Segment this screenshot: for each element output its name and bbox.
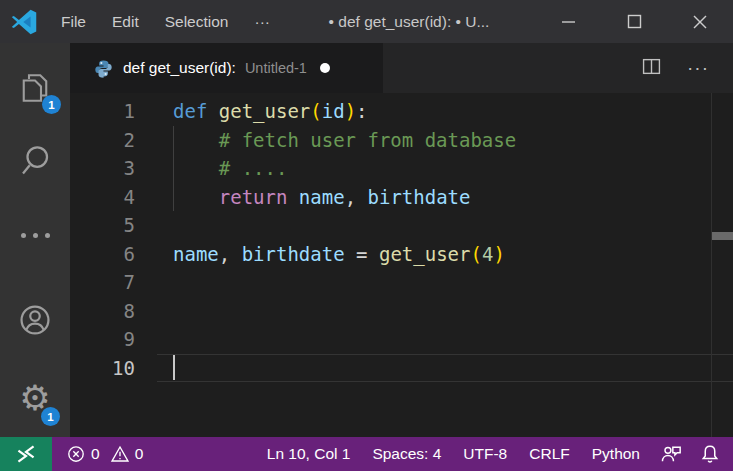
text-cursor xyxy=(173,355,175,380)
code-editor[interactable]: 1def get_user(id):2 # fetch user from da… xyxy=(70,93,733,437)
code-token: birthdate xyxy=(368,186,471,208)
account-icon xyxy=(16,301,54,339)
editor-lines: 1def get_user(id):2 # fetch user from da… xyxy=(70,97,733,382)
sidebar-item-search[interactable] xyxy=(0,128,70,192)
remote-indicator[interactable] xyxy=(0,437,52,471)
menu-more[interactable]: ··· xyxy=(241,0,283,43)
menu-edit[interactable]: Edit xyxy=(99,0,152,43)
close-button[interactable] xyxy=(667,0,733,43)
code-token xyxy=(345,243,356,265)
problems-status[interactable]: 0 0 xyxy=(52,445,153,463)
tab-label: def get_user(id): xyxy=(123,59,236,77)
sidebar-item-account[interactable] xyxy=(0,288,70,352)
warnings-icon xyxy=(111,445,129,463)
status-indentation[interactable]: Spaces: 4 xyxy=(361,445,452,463)
errors-count: 0 xyxy=(91,445,100,463)
line-number[interactable]: 8 xyxy=(70,300,135,322)
code-token: ( xyxy=(310,100,321,122)
status-end-of-line[interactable]: CRLF xyxy=(518,445,580,463)
activity-bar: 1 ⚙ 1 xyxy=(0,43,70,437)
code-line[interactable]: 1def get_user(id): xyxy=(70,97,733,126)
tab-untitled-1[interactable]: def get_user(id): Untitled-1 xyxy=(70,43,383,93)
explorer-badge: 1 xyxy=(42,95,61,114)
menu-selection[interactable]: Selection xyxy=(152,0,242,43)
minimize-button[interactable] xyxy=(535,0,601,43)
feedback-icon xyxy=(660,444,682,464)
code-token xyxy=(173,186,219,208)
code-line[interactable]: 9 xyxy=(70,325,733,354)
status-cursor-position[interactable]: Ln 10, Col 1 xyxy=(256,445,362,463)
maximize-icon xyxy=(627,14,642,29)
code-token: = xyxy=(356,243,367,265)
window-controls xyxy=(535,0,733,43)
code-token: id xyxy=(322,100,345,122)
sidebar-item-settings[interactable]: ⚙ 1 xyxy=(0,366,70,430)
code-token xyxy=(287,186,298,208)
code-text: # .... xyxy=(135,157,287,179)
line-number[interactable]: 6 xyxy=(70,243,135,265)
code-token: birthdate xyxy=(242,243,345,265)
code-token: get_user xyxy=(379,243,471,265)
line-number[interactable]: 9 xyxy=(70,328,135,350)
code-token xyxy=(207,100,218,122)
settings-badge: 1 xyxy=(41,407,60,426)
status-language-mode[interactable]: Python xyxy=(581,445,651,463)
code-text: def get_user(id): xyxy=(135,100,368,122)
line-number[interactable]: 2 xyxy=(70,129,135,151)
warnings-count: 0 xyxy=(135,445,144,463)
code-token: , xyxy=(219,243,230,265)
editor-tab-bar: def get_user(id): Untitled-1 ··· xyxy=(70,43,733,93)
editor-actions: ··· xyxy=(642,43,733,93)
overview-ruler-cursor-marker[interactable] xyxy=(712,232,733,240)
sidebar-item-more[interactable] xyxy=(0,203,70,267)
code-line[interactable]: 4 return name, birthdate xyxy=(70,183,733,212)
menu-bar: FileEditSelection··· xyxy=(48,0,283,43)
window-title: • def get_user(id): • U... xyxy=(283,13,535,31)
tab-description: Untitled-1 xyxy=(245,60,307,76)
code-token: name xyxy=(173,243,219,265)
vscode-logo xyxy=(0,8,48,36)
code-token: get_user xyxy=(219,100,311,122)
code-token: ) xyxy=(345,100,356,122)
code-token: # fetch user from database xyxy=(173,129,516,151)
more-editor-actions-button[interactable]: ··· xyxy=(687,57,709,79)
code-token xyxy=(230,243,241,265)
feedback-button[interactable] xyxy=(651,444,691,464)
code-token: ) xyxy=(493,243,504,265)
line-number[interactable]: 5 xyxy=(70,214,135,236)
vscode-logo-icon xyxy=(10,8,38,36)
code-token: return xyxy=(219,186,288,208)
split-editor-button[interactable] xyxy=(642,58,661,79)
maximize-button[interactable] xyxy=(601,0,667,43)
modified-indicator-dot[interactable] xyxy=(320,63,330,73)
code-line[interactable]: 7 xyxy=(70,268,733,297)
code-token: : xyxy=(356,100,367,122)
line-number[interactable]: 3 xyxy=(70,157,135,179)
bell-icon xyxy=(700,444,720,464)
python-file-icon xyxy=(94,59,113,78)
code-line[interactable]: 3 # .... xyxy=(70,154,733,183)
code-text: return name, birthdate xyxy=(135,186,470,208)
code-line[interactable]: 8 xyxy=(70,297,733,326)
overview-ruler-border xyxy=(711,93,712,437)
split-editor-icon xyxy=(642,58,661,75)
code-token: name xyxy=(299,186,345,208)
line-number[interactable]: 10 xyxy=(70,357,135,379)
sidebar-item-explorer[interactable]: 1 xyxy=(0,56,70,120)
code-line[interactable]: 10 xyxy=(70,354,733,383)
code-text: name, birthdate = get_user(4) xyxy=(135,243,505,265)
status-encoding[interactable]: UTF-8 xyxy=(452,445,518,463)
close-icon xyxy=(692,14,708,30)
code-line[interactable]: 6name, birthdate = get_user(4) xyxy=(70,240,733,269)
code-token xyxy=(356,186,367,208)
menu-file[interactable]: File xyxy=(48,0,99,43)
line-number[interactable]: 1 xyxy=(70,100,135,122)
line-number[interactable]: 7 xyxy=(70,271,135,293)
code-token: , xyxy=(345,186,356,208)
line-number[interactable]: 4 xyxy=(70,186,135,208)
code-token: ( xyxy=(471,243,482,265)
code-line[interactable]: 2 # fetch user from database xyxy=(70,126,733,155)
notifications-bell-button[interactable] xyxy=(691,444,733,464)
code-line[interactable]: 5 xyxy=(70,211,733,240)
code-token: def xyxy=(173,100,207,122)
